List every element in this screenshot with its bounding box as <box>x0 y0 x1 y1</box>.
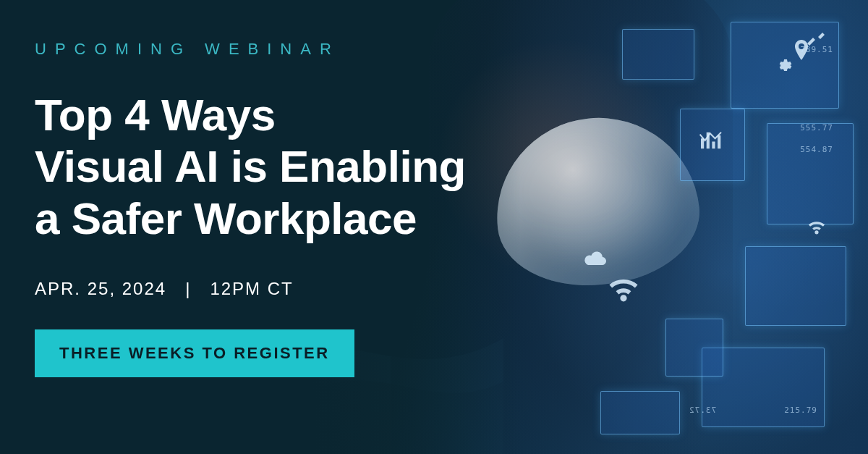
headline: Top 4 Ways Visual AI is Enabling a Safer… <box>35 89 509 244</box>
register-cta-button[interactable]: THREE WEEKS TO REGISTER <box>35 329 354 377</box>
event-time: 12PM CT <box>210 279 293 298</box>
cloud-icon <box>583 250 608 267</box>
hud-panel <box>600 391 680 434</box>
headline-line: Top 4 Ways <box>35 90 276 140</box>
hud-number: 554.87 <box>800 145 833 154</box>
datetime-separator: | <box>185 279 191 298</box>
hud-panel <box>745 246 846 326</box>
hud-number: 555.77 <box>800 123 833 133</box>
wifi-icon <box>603 272 644 305</box>
hud-panel <box>767 123 854 224</box>
hud-panel <box>622 29 694 80</box>
hero-text-block: UPCOMING WEBINAR Top 4 Ways Visual AI is… <box>0 0 538 454</box>
headline-line: a Safer Workplace <box>35 193 417 243</box>
hud-number: 215.79 <box>784 405 817 415</box>
hud-panel <box>665 319 723 377</box>
headline-line: Visual AI is Enabling <box>35 141 466 191</box>
hud-number: 789.51 <box>800 45 833 54</box>
event-date: APR. 25, 2024 <box>35 279 166 298</box>
hud-number: 73.72 <box>689 405 716 415</box>
wifi-icon <box>805 217 828 236</box>
eyebrow-label: UPCOMING WEBINAR <box>35 40 509 59</box>
event-datetime: APR. 25, 2024 | 12PM CT <box>35 279 509 299</box>
gear-icon <box>775 56 792 74</box>
webinar-hero-banner: 789.51 554.87 215.79 73.72 555.77 UPCOMI… <box>0 0 868 454</box>
bar-chart-icon <box>699 130 723 151</box>
